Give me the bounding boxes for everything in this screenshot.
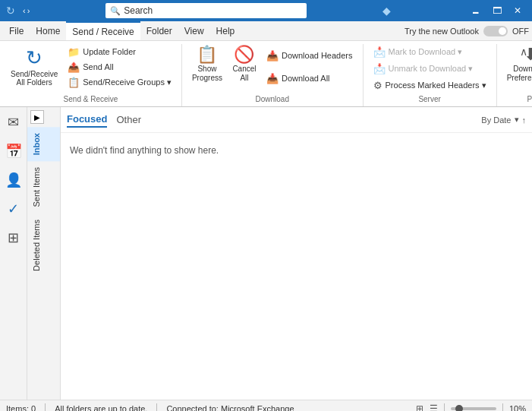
- update-folder-icon: 📁: [68, 46, 80, 58]
- tasks-icon: ✓: [8, 201, 19, 217]
- status-separator-4: [502, 403, 503, 412]
- ribbon-collapse-button[interactable]: ∧: [517, 44, 530, 59]
- show-progress-label: ShowProgress: [192, 65, 222, 83]
- maximize-button[interactable]: 🗖: [488, 5, 506, 16]
- back-arrow[interactable]: ‹: [23, 6, 26, 15]
- status-separator-1: [45, 403, 46, 412]
- zoom-slider[interactable]: [451, 407, 496, 410]
- update-folder-button[interactable]: 📁 Update Folder: [64, 45, 175, 59]
- download-all-button[interactable]: 📥 Download All: [263, 71, 357, 86]
- folder-sent-items[interactable]: Sent Items: [27, 161, 60, 213]
- ribbon-group-label-send-receive: Send & Receive: [64, 95, 118, 103]
- calendar-icon: 📅: [5, 143, 22, 160]
- send-receive-label: Send/ReceiveAll Folders: [11, 70, 58, 87]
- download-headers-button[interactable]: 📥 Download Headers: [263, 49, 357, 63]
- download-prefs-label: DownloadPreferences ▾: [507, 65, 532, 83]
- tasks-icon-button[interactable]: ✓: [2, 197, 26, 221]
- title-bar: ↻ ‹ › 🔍 ◆ 🗕 🗖 ✕: [0, 0, 532, 21]
- folder-deleted-items[interactable]: Deleted Items: [27, 213, 60, 277]
- menu-home[interactable]: Home: [30, 21, 66, 40]
- update-folder-label: Update Folder: [83, 47, 136, 56]
- menu-folder[interactable]: Folder: [140, 21, 178, 40]
- download-all-label: Download All: [282, 74, 330, 83]
- show-progress-icon: 📋: [197, 46, 217, 63]
- status-bar: Items: 0 All folders are up to date. Con…: [0, 400, 532, 411]
- download-small-stack: 📥 Download Headers 📥 Download All: [263, 44, 357, 90]
- process-marked-headers-button[interactable]: ⚙ Process Marked Headers ▾: [370, 78, 490, 93]
- cancel-all-icon: 🚫: [234, 46, 254, 63]
- mark-download-icon: 📩: [373, 46, 386, 58]
- ribbon: ↻ Send/ReceiveAll Folders 📁 Update Folde…: [0, 41, 532, 107]
- icon-bar: ✉ 📅 👤 ✓ ⊞: [0, 107, 27, 400]
- menu-file[interactable]: File: [3, 21, 30, 40]
- mark-to-download-button[interactable]: 📩 Mark to Download ▾: [370, 45, 490, 59]
- send-receive-groups-button[interactable]: 📋 Send/Receive Groups ▾: [64, 75, 175, 90]
- email-list-header: Focused Other By Date ▾ ↑: [61, 107, 532, 133]
- menu-send-receive[interactable]: Send / Receive: [66, 21, 140, 40]
- search-box: 🔍: [105, 3, 307, 18]
- tab-focused[interactable]: Focused: [67, 112, 107, 128]
- download-all-icon: 📥: [266, 73, 279, 84]
- view-grid-button[interactable]: ⊞: [416, 403, 423, 412]
- sort-control[interactable]: By Date ▾ ↑: [481, 115, 526, 125]
- unmark-download-label: Unmark to Download ▾: [389, 64, 474, 74]
- try-outlook-section: Try the new Outlook OFF: [405, 26, 529, 36]
- unmark-download-icon: 📩: [373, 63, 386, 74]
- close-button[interactable]: ✕: [509, 5, 526, 16]
- search-icon: 🔍: [110, 6, 121, 16]
- unmark-to-download-button[interactable]: 📩 Unmark to Download ▾: [370, 62, 490, 76]
- people-icon-button[interactable]: 👤: [2, 168, 26, 192]
- search-input[interactable]: [124, 5, 302, 16]
- nav-arrows: ‹ ›: [23, 6, 30, 15]
- tab-other[interactable]: Other: [116, 112, 141, 127]
- try-outlook-toggle[interactable]: [483, 26, 508, 36]
- send-receive-groups-label: Send/Receive Groups ▾: [83, 77, 172, 87]
- send-receive-small-stack: 📁 Update Folder 📤 Send All 📋 Send/Receiv…: [64, 44, 175, 90]
- ribbon-buttons-download: 📋 ShowProgress 🚫 CancelAll 📥 Download He…: [188, 44, 357, 93]
- menu-view[interactable]: View: [178, 21, 210, 40]
- email-list: Focused Other By Date ▾ ↑ We didn't find…: [61, 107, 532, 400]
- mail-icon-button[interactable]: ✉: [2, 110, 26, 134]
- apps-icon-button[interactable]: ⊞: [2, 226, 26, 250]
- process-headers-label: Process Marked Headers ▾: [386, 81, 486, 90]
- menu-help[interactable]: Help: [210, 21, 241, 40]
- cancel-all-label: CancelAll: [232, 65, 256, 83]
- send-all-button[interactable]: 📤 Send All: [64, 60, 175, 74]
- diamond-icon: ◆: [382, 5, 391, 17]
- people-icon: 👤: [5, 172, 22, 188]
- view-list-button[interactable]: ☰: [430, 403, 438, 412]
- send-receive-icon: ↻: [26, 46, 42, 70]
- ribbon-group-label-download: Download: [255, 95, 288, 103]
- sort-chevron-icon: ▾: [515, 115, 519, 125]
- folder-inbox[interactable]: Inbox: [27, 127, 60, 161]
- minimize-button[interactable]: 🗕: [467, 5, 485, 16]
- menu-bar: File Home Send / Receive Folder View Hel…: [0, 21, 532, 41]
- ribbon-group-server: 📩 Mark to Download ▾ 📩 Unmark to Downloa…: [364, 44, 497, 106]
- mail-icon: ✉: [8, 114, 19, 131]
- main-layout: ✉ 📅 👤 ✓ ⊞ ▶ Inbox Sent Items Deleted Ite…: [0, 107, 532, 400]
- zoom-level: 10%: [509, 404, 526, 412]
- ribbon-group-label-preferences: Preferences: [527, 95, 532, 103]
- ribbon-buttons-send-receive: ↻ Send/ReceiveAll Folders 📁 Update Folde…: [6, 44, 175, 93]
- apps-icon: ⊞: [8, 229, 19, 246]
- send-all-icon: 📤: [68, 62, 80, 73]
- ribbon-group-download: 📋 ShowProgress 🚫 CancelAll 📥 Download He…: [182, 44, 364, 106]
- folder-expand-button[interactable]: ▶: [30, 110, 44, 124]
- status-separator-3: [444, 403, 445, 412]
- show-progress-button[interactable]: 📋 ShowProgress: [188, 44, 226, 85]
- folder-panel: ▶ Inbox Sent Items Deleted Items: [27, 107, 61, 400]
- forward-arrow[interactable]: ›: [27, 6, 30, 15]
- calendar-icon-button[interactable]: 📅: [2, 139, 26, 163]
- empty-message: We didn't find anything to show here.: [61, 133, 532, 168]
- ribbon-group-label-server: Server: [418, 95, 440, 103]
- download-headers-icon: 📥: [266, 50, 279, 62]
- items-count: Items: 0: [6, 404, 36, 412]
- mark-download-label: Mark to Download ▾: [389, 47, 463, 57]
- send-receive-all-button[interactable]: ↻ Send/ReceiveAll Folders: [6, 44, 62, 89]
- process-headers-icon: ⚙: [373, 80, 382, 91]
- try-outlook-label: Try the new Outlook: [405, 27, 479, 36]
- title-bar-left: ↻ ‹ ›: [6, 5, 30, 17]
- cancel-all-button[interactable]: 🚫 CancelAll: [228, 44, 261, 85]
- sort-direction-icon: ↑: [522, 115, 527, 125]
- refresh-icon[interactable]: ↻: [6, 5, 18, 17]
